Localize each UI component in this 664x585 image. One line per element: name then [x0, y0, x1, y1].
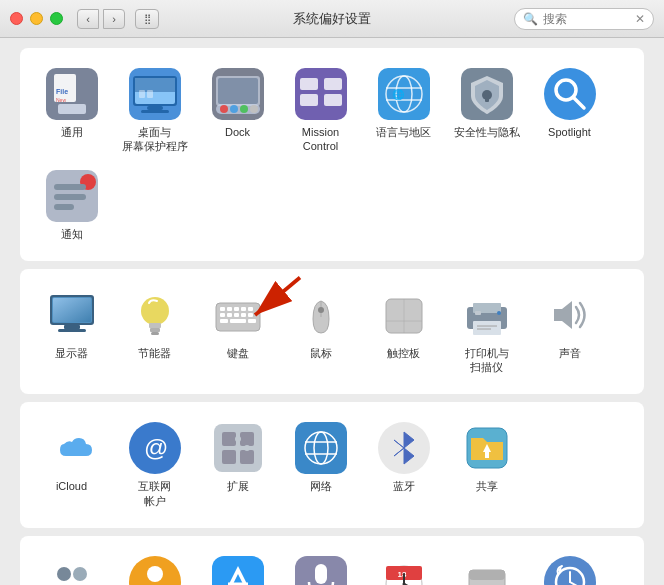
pref-trackpad[interactable]: 触控板	[362, 281, 445, 383]
svg-rect-58	[234, 307, 239, 311]
pref-spotlight[interactable]: Spotlight	[528, 60, 611, 162]
svg-point-88	[235, 436, 241, 442]
title-bar: ‹ › ⣿ 系统偏好设置 🔍 ✕	[0, 0, 664, 38]
section-internet: iCloud @ 互联网帐户	[20, 402, 644, 528]
pref-energy[interactable]: 节能器	[113, 281, 196, 383]
svg-rect-14	[147, 90, 153, 98]
general-icon: File New	[46, 68, 98, 120]
pref-appstore[interactable]: App Store	[196, 548, 279, 585]
svg-rect-66	[220, 319, 228, 323]
maximize-button[interactable]	[50, 12, 63, 25]
pref-internet[interactable]: @ 互联网帐户	[113, 414, 196, 516]
pref-security[interactable]: 安全性与隐私	[445, 60, 528, 162]
pref-parental[interactable]: 家长控制	[113, 548, 196, 585]
spotlight-label: Spotlight	[548, 125, 591, 139]
security-label: 安全性与隐私	[454, 125, 520, 139]
svg-rect-27	[324, 94, 342, 106]
bluetooth-icon	[378, 422, 430, 474]
pref-extensions[interactable]: 扩展	[196, 414, 279, 516]
pref-general[interactable]: File New 通用	[30, 60, 113, 162]
keyboard-label: 键盘	[227, 346, 249, 360]
svg-rect-12	[141, 110, 169, 113]
pref-datetime[interactable]: 18 日期与时间	[362, 548, 445, 585]
timemachine-icon	[544, 556, 596, 585]
sound-icon	[544, 289, 596, 341]
svg-point-98	[57, 567, 71, 581]
pref-dock[interactable]: Dock	[196, 60, 279, 162]
svg-rect-68	[248, 319, 256, 323]
pref-desktop[interactable]: 桌面与屏幕保护程序	[113, 60, 196, 162]
pref-dictation[interactable]: 听写与语音	[279, 548, 362, 585]
svg-text:File: File	[56, 88, 68, 95]
notification-label: 通知	[61, 227, 83, 241]
pref-keyboard[interactable]: 键盘	[196, 281, 279, 383]
notification-icon	[46, 170, 98, 222]
startup-icon	[461, 556, 513, 585]
pref-mission[interactable]: MissionControl	[279, 60, 362, 162]
mission-icon	[295, 68, 347, 120]
mission-label: MissionControl	[302, 125, 339, 154]
sharing-icon	[461, 422, 513, 474]
search-clear-button[interactable]: ✕	[635, 12, 645, 26]
svg-rect-90	[295, 422, 347, 474]
pref-users[interactable]: 用户与群组	[30, 548, 113, 585]
svg-rect-85	[240, 432, 254, 446]
pref-printer[interactable]: 打印机与扫描仪	[445, 281, 528, 383]
pref-timemachine[interactable]: Time Machine	[528, 548, 611, 585]
pref-sharing[interactable]: 共享	[445, 414, 528, 516]
close-button[interactable]	[10, 12, 23, 25]
svg-point-70	[318, 307, 324, 313]
svg-rect-4	[58, 104, 86, 114]
svg-rect-59	[241, 307, 246, 311]
network-icon	[295, 422, 347, 474]
dock-icon	[212, 68, 264, 120]
svg-rect-57	[227, 307, 232, 311]
svg-rect-17	[218, 78, 258, 104]
pref-language[interactable]: 🌐 语言与地区	[362, 60, 445, 162]
back-button[interactable]: ‹	[77, 9, 99, 29]
language-icon: 🌐	[378, 68, 430, 120]
svg-rect-47	[64, 325, 80, 329]
svg-text:@: @	[144, 434, 168, 461]
appstore-icon	[212, 556, 264, 585]
extensions-icon	[212, 422, 264, 474]
desktop-label: 桌面与屏幕保护程序	[122, 125, 188, 154]
section4-grid: 用户与群组 家长控制	[30, 548, 634, 585]
icloud-icon	[46, 422, 98, 474]
svg-point-89	[244, 445, 250, 451]
pref-network[interactable]: 网络	[279, 414, 362, 516]
forward-button[interactable]: ›	[103, 9, 125, 29]
minimize-button[interactable]	[30, 12, 43, 25]
general-label: 通用	[61, 125, 83, 139]
window-title: 系统偏好设置	[293, 10, 371, 28]
traffic-lights	[10, 12, 63, 25]
svg-rect-26	[300, 94, 318, 106]
display-label: 显示器	[55, 346, 88, 360]
internet-icon: @	[129, 422, 181, 474]
svg-rect-77	[475, 311, 481, 315]
security-icon	[461, 68, 513, 120]
bluetooth-label: 蓝牙	[393, 479, 415, 493]
svg-rect-61	[220, 313, 225, 317]
section3-grid: iCloud @ 互联网帐户	[30, 414, 634, 516]
pref-icloud[interactable]: iCloud	[30, 414, 113, 516]
search-input[interactable]	[543, 12, 630, 26]
svg-rect-49	[53, 298, 91, 322]
svg-rect-105	[315, 564, 327, 584]
section2-grid: 显示器 节能器	[30, 281, 634, 383]
energy-icon	[129, 289, 181, 341]
pref-notification[interactable]: 通知	[30, 162, 113, 249]
pref-display[interactable]: 显示器	[30, 281, 113, 383]
main-content: File New 通用	[0, 38, 664, 585]
section-hardware: 显示器 节能器	[20, 269, 644, 395]
pref-mouse[interactable]: 鼠标	[279, 281, 362, 383]
mouse-label: 鼠标	[310, 346, 332, 360]
pref-bluetooth[interactable]: 蓝牙	[362, 414, 445, 516]
search-box[interactable]: 🔍 ✕	[514, 8, 654, 30]
svg-rect-76	[473, 321, 501, 335]
grid-view-button[interactable]: ⣿	[135, 9, 159, 29]
printer-icon	[461, 289, 513, 341]
pref-sound[interactable]: 声音	[528, 281, 611, 383]
nav-buttons: ‹ ›	[77, 9, 125, 29]
pref-startup[interactable]: 启动磁盘	[445, 548, 528, 585]
